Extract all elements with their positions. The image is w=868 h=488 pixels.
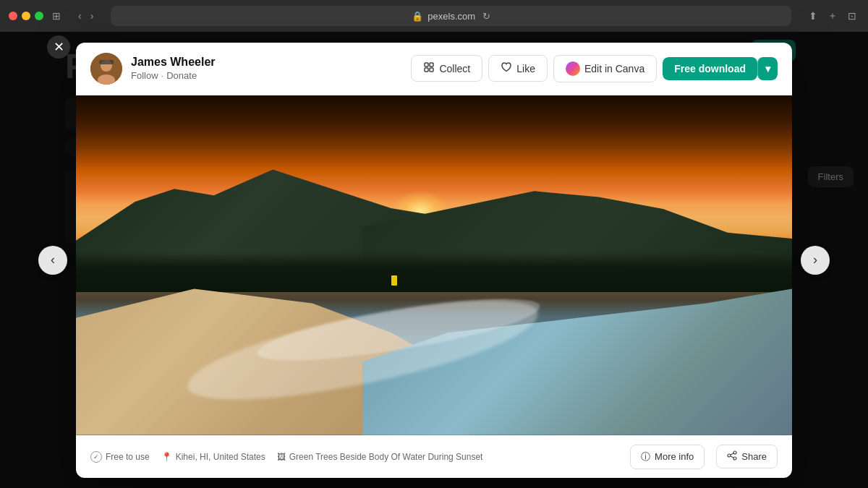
download-dropdown-button[interactable]: ▾ <box>757 57 778 80</box>
collect-icon <box>423 61 435 75</box>
next-photo-button[interactable]: › <box>801 246 830 275</box>
refresh-icon: ↻ <box>482 11 490 22</box>
edit-in-canva-button[interactable]: Edit in Canva <box>553 55 657 82</box>
maximize-traffic-light[interactable] <box>35 12 43 20</box>
share-label: Share <box>741 451 767 462</box>
back-button[interactable]: ‹ <box>75 7 85 25</box>
download-button-group: Free download ▾ <box>663 57 778 80</box>
svg-rect-3 <box>99 60 114 64</box>
svg-point-10 <box>728 454 731 457</box>
svg-point-8 <box>733 451 736 454</box>
share-browser-button[interactable]: ⬆ <box>806 7 820 25</box>
modal-header: James Wheeler Follow · Donate <box>76 43 792 95</box>
svg-point-9 <box>733 457 736 460</box>
share-button[interactable]: Share <box>716 445 778 468</box>
modal-container: ✕ ‹ › James Wheel <box>76 43 792 478</box>
svg-rect-4 <box>425 63 428 67</box>
shield-icon: ✓ <box>90 451 102 463</box>
image-icon: 🖼 <box>277 452 286 462</box>
collect-button[interactable]: Collect <box>411 55 482 82</box>
free-download-button[interactable]: Free download <box>663 57 757 80</box>
svg-rect-7 <box>430 68 433 72</box>
svg-rect-6 <box>425 68 428 72</box>
photo-title-text: Green Trees Beside Body Of Water During … <box>289 452 483 462</box>
like-label: Like <box>516 63 535 74</box>
canva-icon <box>566 61 580 76</box>
modal-footer: ✓ Free to use 📍 Kihei, HI, United States… <box>76 435 792 478</box>
treeline <box>76 252 792 292</box>
photo-canvas <box>76 95 792 435</box>
sidebar-toggle-button[interactable]: ⊞ <box>49 7 64 25</box>
close-traffic-light[interactable] <box>9 12 17 20</box>
heart-icon <box>501 61 512 75</box>
minimize-traffic-light[interactable] <box>22 12 30 20</box>
lifeguard-stand <box>391 275 397 286</box>
photo-container <box>76 95 792 435</box>
address-bar[interactable]: 🔒 pexels.com ↻ <box>111 6 791 26</box>
info-icon: ⓘ <box>641 450 650 463</box>
free-to-use-badge: ✓ Free to use <box>90 451 150 463</box>
windows-button[interactable]: ⊡ <box>845 7 859 25</box>
free-download-label: Free download <box>674 63 746 74</box>
browser-chrome: ⊞ ‹ › 🔒 pexels.com ↻ ⬆ ＋ ⊡ <box>0 0 868 32</box>
header-actions: Collect Like Edit in Canva <box>411 55 778 82</box>
collect-label: Collect <box>439 63 470 74</box>
more-info-label: More info <box>655 451 694 462</box>
beach-scene <box>76 95 792 435</box>
traffic-lights <box>9 12 43 20</box>
forward-button[interactable]: › <box>88 7 97 25</box>
more-info-button[interactable]: ⓘ More info <box>630 445 705 469</box>
url-text: pexels.com <box>427 11 475 22</box>
svg-line-12 <box>731 456 733 458</box>
prev-photo-button[interactable]: ‹ <box>38 246 67 275</box>
author-info: James Wheeler Follow · Donate <box>131 56 402 81</box>
share-icon <box>727 450 737 463</box>
close-modal-button[interactable]: ✕ <box>47 35 70 59</box>
new-tab-button[interactable]: ＋ <box>825 7 841 25</box>
author-name: James Wheeler <box>131 56 402 69</box>
browser-nav-buttons: ‹ › <box>75 7 96 25</box>
like-button[interactable]: Like <box>488 55 548 82</box>
location-badge: 📍 Kihei, HI, United States <box>161 452 265 462</box>
photo-modal: James Wheeler Follow · Donate <box>76 43 792 478</box>
browser-action-buttons: ⬆ ＋ ⊡ <box>806 7 859 25</box>
modal-overlay[interactable]: ✕ ‹ › James Wheel <box>0 32 868 488</box>
author-avatar <box>90 53 122 85</box>
location-text: Kihei, HI, United States <box>176 452 265 462</box>
svg-rect-5 <box>430 63 433 67</box>
meta-separator: · <box>161 70 164 81</box>
svg-line-11 <box>731 453 733 455</box>
donate-link[interactable]: Donate <box>166 70 197 81</box>
edit-in-canva-label: Edit in Canva <box>584 63 644 74</box>
location-icon: 📍 <box>161 452 172 462</box>
author-meta: Follow · Donate <box>131 70 402 81</box>
free-to-use-label: Free to use <box>106 452 150 462</box>
follow-link[interactable]: Follow <box>131 70 158 81</box>
lock-icon: 🔒 <box>412 11 423 22</box>
photo-title-badge: 🖼 Green Trees Beside Body Of Water Durin… <box>277 452 483 462</box>
dropdown-arrow-icon: ▾ <box>765 63 770 74</box>
